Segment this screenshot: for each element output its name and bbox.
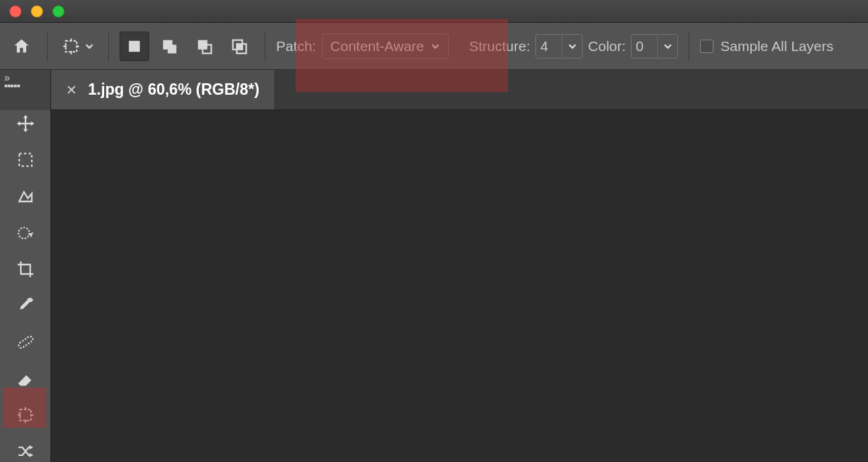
svg-point-14 xyxy=(18,228,29,238)
quick-select-tool[interactable] xyxy=(11,222,40,244)
selection-subtract-icon xyxy=(195,37,214,56)
document-tab[interactable]: ✕ 1.jpg @ 60,6% (RGB/8*) xyxy=(51,70,274,109)
color-label: Color: xyxy=(588,38,625,54)
square-filled-icon xyxy=(125,37,144,56)
healing-brush-tool[interactable] xyxy=(11,331,40,353)
separator xyxy=(108,31,109,62)
tool-options-bar: Patch: Content-Aware Structure: 4 Color:… xyxy=(0,23,868,70)
svg-rect-13 xyxy=(19,154,32,167)
crop-tool[interactable] xyxy=(11,259,40,280)
chevron-down-icon xyxy=(85,42,94,51)
shuffle-tool[interactable] xyxy=(11,441,40,462)
selection-subtract-button[interactable] xyxy=(189,32,219,61)
selection-add-button[interactable] xyxy=(155,32,184,61)
eyedropper-tool[interactable] xyxy=(11,295,40,316)
tools-panel xyxy=(0,110,51,462)
patch-mode-value: Content-Aware xyxy=(331,38,425,54)
move-icon xyxy=(16,114,35,133)
document-canvas[interactable] xyxy=(51,110,868,462)
grip-icon: ▪▪▪▪▪ xyxy=(4,80,19,91)
structure-field[interactable]: 4 xyxy=(535,34,582,58)
patch-tool[interactable] xyxy=(11,404,40,426)
marquee-icon xyxy=(16,150,35,169)
zoom-window-button[interactable] xyxy=(52,5,64,17)
separator xyxy=(47,31,48,62)
home-icon xyxy=(12,37,31,56)
sample-all-layers-option[interactable]: Sample All Layers xyxy=(700,38,833,54)
color-field[interactable]: 0 xyxy=(631,34,678,58)
svg-rect-7 xyxy=(168,44,177,53)
separator xyxy=(265,31,265,62)
structure-stepper[interactable] xyxy=(562,35,582,58)
color-value: 0 xyxy=(632,38,657,54)
crop-icon xyxy=(16,260,35,279)
eraser-tool[interactable] xyxy=(11,367,40,389)
patch-label: Patch: xyxy=(276,38,316,54)
svg-rect-0 xyxy=(66,40,77,51)
structure-label: Structure: xyxy=(469,38,530,54)
chevron-down-icon xyxy=(663,42,672,51)
close-window-button[interactable] xyxy=(9,5,21,17)
window-titlebar xyxy=(0,0,868,23)
checkbox-unchecked-icon xyxy=(700,40,713,53)
document-tab-title: 1.jpg @ 60,6% (RGB/8*) xyxy=(88,81,259,99)
quick-select-icon xyxy=(16,224,35,242)
chevron-down-icon xyxy=(568,42,577,51)
patch-tool-icon xyxy=(62,37,81,56)
document-tabstrip: ✕ 1.jpg @ 60,6% (RGB/8*) xyxy=(51,70,868,110)
marquee-tool[interactable] xyxy=(11,149,40,171)
chevron-down-icon xyxy=(431,42,440,51)
svg-rect-15 xyxy=(17,336,34,349)
selection-intersect-button[interactable] xyxy=(224,32,254,61)
color-stepper[interactable] xyxy=(657,35,677,58)
svg-rect-5 xyxy=(129,40,140,51)
eyedropper-icon xyxy=(16,296,35,315)
selection-intersect-icon xyxy=(230,37,249,56)
shuffle-icon xyxy=(16,442,35,461)
structure-value: 4 xyxy=(536,38,562,54)
svg-rect-16 xyxy=(19,410,30,420)
selection-add-icon xyxy=(160,37,179,56)
svg-rect-12 xyxy=(237,44,243,49)
selection-new-button[interactable] xyxy=(120,32,149,61)
sample-all-layers-label: Sample All Layers xyxy=(720,38,833,54)
separator xyxy=(689,31,689,62)
move-tool[interactable] xyxy=(11,113,40,134)
current-tool-preset[interactable] xyxy=(58,32,97,61)
home-button[interactable] xyxy=(7,32,36,61)
patch-tool-icon xyxy=(16,406,35,424)
bandage-icon xyxy=(16,332,35,351)
patch-mode-dropdown[interactable]: Content-Aware xyxy=(322,34,449,59)
lasso-icon xyxy=(16,187,35,206)
minimize-window-button[interactable] xyxy=(31,5,43,17)
close-tab-button[interactable]: ✕ xyxy=(66,82,77,98)
lasso-tool[interactable] xyxy=(11,185,40,207)
panel-collapse-toggle[interactable]: » ▪▪▪▪▪ xyxy=(0,70,51,110)
eraser-icon xyxy=(16,369,35,388)
